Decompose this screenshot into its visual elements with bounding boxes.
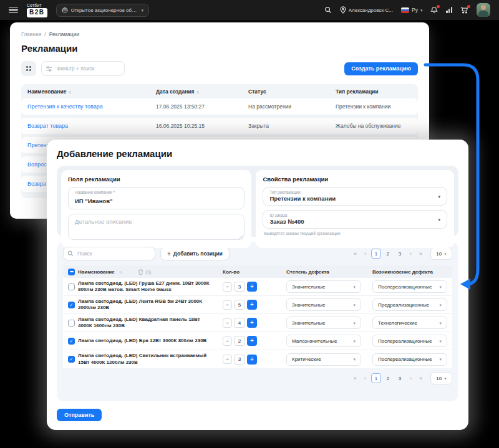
sort-icon[interactable]: ↑↓: [196, 90, 200, 94]
defect-degree-select[interactable]: Значительные▾: [286, 280, 361, 293]
company-name-input[interactable]: [75, 198, 238, 204]
item-row: Лампа светодиод. (LED) Груша E27 димм. 1…: [63, 278, 452, 296]
cart-button[interactable]: [460, 6, 468, 14]
language-selector[interactable]: Ру ▾: [401, 7, 422, 13]
search-button[interactable]: [324, 6, 332, 14]
prev-page-icon[interactable]: ‹: [361, 249, 369, 258]
quantity-value[interactable]: 4: [234, 318, 245, 328]
row-checkbox[interactable]: [68, 356, 75, 363]
decrease-button[interactable]: −: [223, 318, 232, 328]
row-checkbox[interactable]: [68, 302, 75, 308]
defect-origin-select[interactable]: Послереализационные▾: [372, 335, 447, 347]
pagination-top: « ‹ 1 2 3 › » 10 ▾: [351, 247, 452, 260]
table-row: Претензия к качеству товара 17.06.2025 1…: [21, 98, 418, 115]
language-label: Ру: [412, 7, 418, 13]
page-button-1[interactable]: 1: [371, 373, 381, 383]
description-textarea[interactable]: [68, 214, 245, 240]
add-items-button[interactable]: + Добавить позиции: [160, 247, 230, 260]
row-checkbox[interactable]: [68, 320, 75, 326]
location-pin-icon: [340, 6, 346, 14]
app-logo[interactable]: Сотбит В2В: [27, 3, 47, 17]
defect-origin-select[interactable]: Предреализационные▾: [372, 298, 447, 311]
filter-search-input[interactable]: [41, 61, 125, 76]
defect-origin-select[interactable]: Послереализационные▾: [372, 353, 447, 366]
order-id-label: ID заказа: [269, 213, 440, 217]
defect-origin-select[interactable]: Технологические▾: [372, 317, 447, 329]
decrease-button[interactable]: −: [223, 300, 232, 310]
last-page-icon[interactable]: »: [417, 249, 425, 258]
page-button-2[interactable]: 2: [383, 373, 393, 383]
page-button-3[interactable]: 3: [395, 249, 405, 259]
bar-chart-icon: [446, 7, 452, 13]
claim-fields-card: Поля рекламации Название компании *: [61, 170, 251, 248]
order-id-value: Заказ №400: [269, 218, 440, 225]
page-button-1[interactable]: 1: [371, 249, 381, 259]
page-button-3[interactable]: 3: [395, 373, 405, 383]
prev-page-icon[interactable]: ‹: [361, 374, 369, 383]
first-page-icon[interactable]: «: [351, 374, 359, 383]
page-button-2[interactable]: 2: [383, 249, 393, 259]
submit-button[interactable]: Отправить: [57, 409, 102, 421]
increase-button[interactable]: +: [247, 355, 257, 365]
items-table: Наименование ↑↓ (3) Кол-во Степень дефек…: [63, 265, 452, 368]
row-checkbox[interactable]: [68, 338, 75, 345]
view-toggle-button[interactable]: [21, 61, 36, 76]
delete-selected-button[interactable]: (3): [138, 269, 151, 275]
column-name[interactable]: Наименование↑↓: [27, 88, 156, 95]
filter-sliders-icon: [46, 65, 52, 72]
column-date[interactable]: Дата создания↑↓: [156, 88, 248, 95]
column-item-name[interactable]: Наименование: [78, 269, 115, 275]
claim-link[interactable]: Претензия к качеству товара: [27, 103, 156, 110]
row-checkbox[interactable]: [68, 284, 75, 290]
first-page-icon[interactable]: «: [351, 249, 359, 258]
quantity-value[interactable]: 3: [234, 355, 245, 365]
location-selector[interactable]: Александровск-С...: [340, 6, 393, 14]
increase-button[interactable]: +: [247, 336, 257, 346]
defect-degree-select[interactable]: Критические▾: [286, 353, 361, 366]
defect-degree-select[interactable]: Малозначительные▾: [286, 335, 361, 347]
quantity-value[interactable]: 2: [234, 336, 245, 346]
sort-icon[interactable]: ↑↓: [68, 90, 71, 94]
chevron-down-icon: ▾: [444, 252, 447, 256]
claim-link[interactable]: Возврат товара: [27, 123, 156, 129]
decrease-button[interactable]: −: [223, 355, 232, 364]
next-page-icon[interactable]: ›: [407, 249, 415, 258]
notifications-button[interactable]: [430, 6, 438, 14]
decrease-button[interactable]: −: [223, 282, 232, 292]
last-page-icon[interactable]: »: [417, 374, 425, 383]
item-row: Лампа светодиод. (LED) Лента RGB 5м 24Вт…: [63, 296, 452, 314]
defect-degree-select[interactable]: Значительные▾: [286, 317, 361, 329]
order-id-select[interactable]: ID заказа Заказ №400 ▾: [263, 210, 447, 229]
increase-button[interactable]: +: [247, 300, 257, 310]
increase-button[interactable]: +: [247, 318, 257, 328]
chevron-down-icon: ▾: [439, 339, 442, 343]
select-all-checkbox[interactable]: [68, 269, 75, 275]
company-selector[interactable]: Открытое акционерное общество "Ин... ▾: [56, 4, 150, 17]
decrease-button[interactable]: −: [223, 336, 232, 346]
user-avatar[interactable]: [477, 3, 490, 17]
company-name-field[interactable]: Название компании *: [68, 187, 245, 209]
claim-type-select[interactable]: Тип рекламации Претензии к компании ▾: [263, 187, 447, 206]
item-row: Лампа светодиод. (LED) Квадратная панель…: [63, 314, 452, 332]
column-defect: Степень дефекта: [280, 269, 371, 275]
item-name: Лампа светодиод. (LED) Лента RGB 5м 24Вт…: [78, 298, 218, 312]
company-name-label: Название компании *: [75, 190, 238, 194]
menu-icon[interactable]: [9, 7, 18, 14]
page-size-select[interactable]: 10 ▾: [430, 372, 452, 384]
modal-title: Добавление рекламации: [57, 148, 458, 159]
claim-type-label: Тип рекламации: [269, 190, 440, 194]
create-claim-button[interactable]: Создать рекламацию: [344, 62, 418, 75]
sort-icon[interactable]: ↑↓: [119, 270, 122, 274]
column-origin: Возникновение дефекта: [371, 269, 447, 275]
increase-button[interactable]: +: [247, 282, 257, 292]
page-size-select[interactable]: 10 ▾: [430, 247, 452, 260]
items-search-input[interactable]: [63, 247, 155, 260]
stats-button[interactable]: [446, 7, 452, 13]
defect-degree-select[interactable]: Значительные▾: [286, 298, 361, 311]
quantity-value[interactable]: 5: [234, 300, 245, 310]
chevron-down-icon: ▾: [439, 357, 442, 361]
next-page-icon[interactable]: ›: [407, 374, 415, 383]
breadcrumb-home[interactable]: Главная: [21, 31, 41, 37]
quantity-value[interactable]: 3: [234, 282, 245, 292]
defect-origin-select[interactable]: Послереализационные▾: [372, 280, 447, 293]
